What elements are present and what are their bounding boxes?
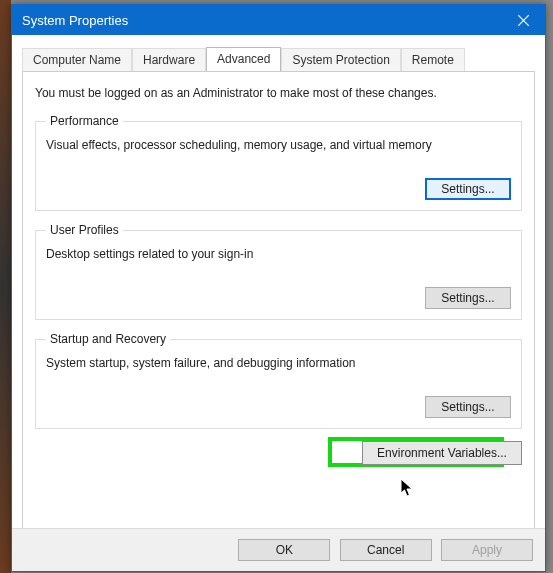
- environment-variables-button[interactable]: Environment Variables...: [362, 441, 522, 465]
- tab-system-protection[interactable]: System Protection: [281, 48, 400, 72]
- close-icon: [518, 15, 529, 26]
- startup-recovery-group: Startup and Recovery System startup, sys…: [35, 332, 522, 429]
- tab-computer-name[interactable]: Computer Name: [22, 48, 132, 72]
- user-profiles-settings-button[interactable]: Settings...: [425, 287, 511, 309]
- system-properties-window: System Properties Computer Name Hardware…: [11, 4, 546, 572]
- tab-strip: Computer Name Hardware Advanced System P…: [22, 47, 535, 71]
- dialog-footer: OK Cancel Apply: [12, 528, 545, 571]
- startup-recovery-desc: System startup, system failure, and debu…: [46, 356, 511, 370]
- ok-button[interactable]: OK: [238, 539, 330, 561]
- admin-notice: You must be logged on as an Administrato…: [35, 86, 522, 100]
- tab-remote[interactable]: Remote: [401, 48, 465, 72]
- user-profiles-legend: User Profiles: [46, 223, 123, 237]
- performance-group: Performance Visual effects, processor sc…: [35, 114, 522, 211]
- tab-panel-advanced: You must be logged on as an Administrato…: [22, 71, 535, 541]
- tab-advanced[interactable]: Advanced: [206, 47, 281, 71]
- titlebar[interactable]: System Properties: [12, 5, 545, 35]
- window-title: System Properties: [22, 13, 501, 28]
- apply-button[interactable]: Apply: [441, 539, 533, 561]
- close-button[interactable]: [501, 5, 545, 35]
- user-profiles-desc: Desktop settings related to your sign-in: [46, 247, 511, 261]
- performance-settings-button[interactable]: Settings...: [425, 178, 511, 200]
- performance-legend: Performance: [46, 114, 123, 128]
- startup-recovery-settings-button[interactable]: Settings...: [425, 396, 511, 418]
- cancel-button[interactable]: Cancel: [340, 539, 432, 561]
- tab-hardware[interactable]: Hardware: [132, 48, 206, 72]
- performance-desc: Visual effects, processor scheduling, me…: [46, 138, 511, 152]
- user-profiles-group: User Profiles Desktop settings related t…: [35, 223, 522, 320]
- startup-recovery-legend: Startup and Recovery: [46, 332, 170, 346]
